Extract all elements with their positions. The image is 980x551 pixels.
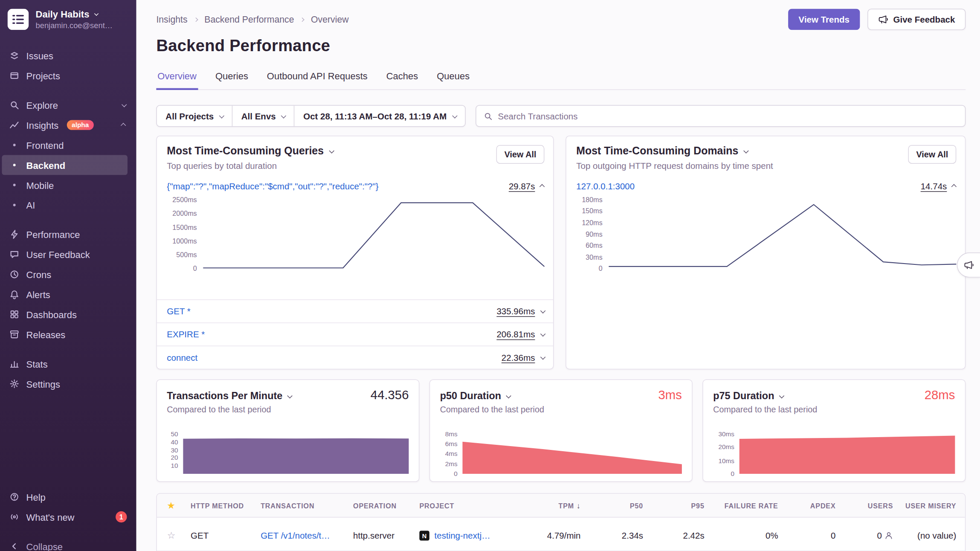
p50-cell: 2.34s	[586, 531, 648, 540]
column-header-p95[interactable]: P95	[648, 502, 710, 509]
insights-icon	[9, 120, 19, 130]
column-header-p50[interactable]: P50	[586, 502, 648, 509]
sidebar-item-help[interactable]: Help	[0, 487, 136, 507]
transaction-link[interactable]: GET /v1/notes/t…	[255, 531, 348, 540]
date-range-dropdown[interactable]: Oct 28, 11:13 AM–Oct 28, 11:19 AM	[295, 106, 465, 126]
org-avatar	[8, 9, 29, 30]
environment-filter-label: All Envs	[241, 111, 276, 121]
domains-view-all-button[interactable]: View All	[908, 145, 956, 164]
queries-panel-title-dropdown[interactable]: Most Time-Consuming Queries	[167, 145, 496, 157]
sidebar-item-label: Explore	[26, 100, 58, 110]
tab-overview[interactable]: Overview	[156, 71, 197, 90]
sidebar-item-crons[interactable]: Crons	[0, 264, 136, 284]
user-icon	[884, 531, 893, 540]
sidebar-item-label: Backend	[26, 160, 66, 170]
query-link[interactable]: GET *	[167, 306, 191, 316]
project-link[interactable]: testing-nextj…	[435, 531, 490, 540]
domain-total-toggle[interactable]: 14.74s	[921, 181, 957, 191]
sidebar-collapse-button[interactable]: Collapse	[0, 536, 136, 551]
sidebar-item-mobile[interactable]: Mobile	[0, 175, 136, 195]
tab-queries[interactable]: Queries	[214, 71, 249, 90]
tpm-card: Transactions Per Minute 44.356 Compared …	[156, 380, 419, 482]
domain-link[interactable]: 127.0.0.1:3000	[576, 181, 635, 191]
query-total-toggle[interactable]: 335.96ms	[496, 306, 544, 316]
sort-desc-icon: ↓	[577, 501, 581, 510]
table-row: ☆ GET GET /v1/notes/t… http.server N tes…	[157, 517, 965, 551]
query-total-toggle[interactable]: 22.36ms	[502, 353, 545, 362]
sidebar-item-insights[interactable]: Insights alpha	[0, 115, 136, 135]
breadcrumb-backend-performance[interactable]: Backend Performance	[204, 14, 294, 24]
chevron-left-icon	[9, 541, 19, 551]
domains-panel-title-dropdown[interactable]: Most Time-Consuming Domains	[576, 145, 908, 157]
p75-title-dropdown[interactable]: p75 Duration	[713, 391, 783, 402]
tpm-title-dropdown[interactable]: Transactions Per Minute	[167, 391, 291, 402]
sidebar-item-label: Releases	[26, 329, 66, 340]
sidebar-item-settings[interactable]: Settings	[0, 374, 136, 394]
query-link[interactable]: {"map":"?","mapReduce":"$cmd","out":"?",…	[167, 181, 378, 191]
tpm-cell: 4.79/min	[512, 531, 586, 540]
favorite-star-toggle[interactable]: ☆	[157, 530, 186, 541]
sidebar-item-alerts[interactable]: Alerts	[0, 284, 136, 304]
tpm-header-label: TPM	[559, 502, 574, 509]
query-total-value: 206.81ms	[496, 329, 535, 339]
query-row-connect: connect 22.36ms	[157, 345, 553, 368]
column-header-user-misery[interactable]: USER MISERY	[898, 502, 965, 509]
column-header-project[interactable]: PROJECT	[415, 502, 512, 509]
query-total-toggle[interactable]: 29.87s	[509, 181, 545, 191]
sidebar-item-user-feedback[interactable]: User Feedback	[0, 244, 136, 264]
tab-outbound-api-requests[interactable]: Outbound API Requests	[266, 71, 369, 90]
project-filter-dropdown[interactable]: All Projects	[157, 106, 232, 126]
user-misery-cell: (no value)	[898, 531, 965, 540]
sidebar-item-label: Collapse	[26, 541, 63, 551]
p50-value: 3ms	[658, 388, 682, 403]
project-filter-label: All Projects	[165, 111, 214, 121]
floating-feedback-button[interactable]	[957, 252, 980, 278]
column-header-transaction[interactable]: TRANSACTION	[255, 502, 348, 509]
sidebar-item-whats-new[interactable]: What's new 1	[0, 507, 136, 527]
column-header-tpm[interactable]: TPM ↓	[512, 501, 586, 510]
org-switcher[interactable]: Daily Habits benjamin.coe@sent…	[0, 0, 136, 34]
column-header-apdex[interactable]: APDEX	[783, 502, 841, 509]
sidebar-item-label: Frontend	[26, 140, 64, 151]
sidebar-item-dashboards[interactable]: Dashboards	[0, 304, 136, 325]
view-trends-label: View Trends	[799, 14, 850, 24]
sidebar-item-ai[interactable]: AI	[0, 195, 136, 215]
query-total-toggle[interactable]: 206.81ms	[496, 329, 544, 339]
domains-panel-subtitle: Top outgoing HTTP request domains by tim…	[576, 161, 908, 171]
sidebar-item-releases[interactable]: Releases	[0, 325, 136, 345]
breadcrumb-insights[interactable]: Insights	[156, 14, 187, 24]
view-trends-button[interactable]: View Trends	[788, 9, 860, 30]
sidebar-item-label: Insights	[26, 120, 59, 130]
sidebar-item-explore[interactable]: Explore	[0, 95, 136, 115]
chevron-up-icon	[121, 123, 126, 128]
p50-title-dropdown[interactable]: p50 Duration	[440, 391, 510, 402]
sidebar-item-issues[interactable]: Issues	[0, 46, 136, 66]
sidebar-item-frontend[interactable]: Frontend	[0, 135, 136, 155]
query-link[interactable]: EXPIRE *	[167, 329, 205, 339]
p50-chart-plot	[463, 434, 682, 474]
column-header-operation[interactable]: OPERATION	[348, 502, 414, 509]
breadcrumb-overview[interactable]: Overview	[311, 14, 349, 24]
panel-row: Most Time-Consuming Queries Top queries …	[156, 136, 966, 369]
give-feedback-button[interactable]: Give Feedback	[867, 9, 966, 30]
chevron-down-icon	[94, 12, 99, 16]
give-feedback-label: Give Feedback	[893, 14, 955, 24]
sidebar-item-performance[interactable]: Performance	[0, 224, 136, 244]
sidebar-item-backend[interactable]: Backend	[2, 155, 128, 175]
environment-filter-dropdown[interactable]: All Envs	[232, 106, 294, 126]
query-link[interactable]: connect	[167, 353, 197, 362]
column-header-http-method[interactable]: HTTP METHOD	[186, 502, 255, 509]
tab-queues[interactable]: Queues	[435, 71, 471, 90]
search-input[interactable]	[498, 111, 957, 121]
sidebar-footer: Help What's new 1 Collapse	[0, 487, 136, 551]
queries-view-all-button[interactable]: View All	[496, 145, 545, 164]
column-header-failure-rate[interactable]: FAILURE RATE	[709, 502, 783, 509]
main-content: Insights Backend Performance Overview Vi…	[136, 0, 980, 551]
tab-caches[interactable]: Caches	[385, 71, 419, 90]
sidebar-item-projects[interactable]: Projects	[0, 66, 136, 86]
column-header-users[interactable]: USERS	[841, 502, 898, 509]
grid-icon	[9, 309, 19, 319]
sidebar-item-stats[interactable]: Stats	[0, 354, 136, 374]
transactions-table: ★ HTTP METHOD TRANSACTION OPERATION PROJ…	[156, 493, 966, 551]
archive-icon	[9, 329, 19, 339]
